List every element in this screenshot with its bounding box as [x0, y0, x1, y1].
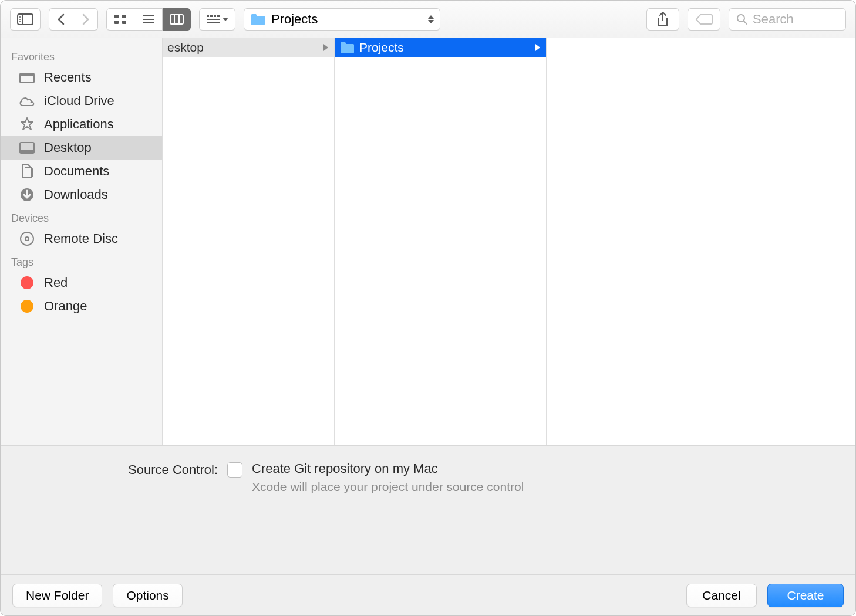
sidebar: Favorites Recents iCloud Drive Applicati… [1, 38, 163, 445]
applications-icon [18, 117, 36, 132]
sidebar-item-tag-red[interactable]: Red [1, 271, 162, 295]
share-button[interactable] [646, 8, 679, 31]
location-popup[interactable]: Projects [244, 8, 440, 31]
git-checkbox-label: Create Git repository on my Mac [252, 461, 524, 476]
forward-button[interactable] [73, 8, 98, 31]
sidebar-heading-devices: Devices [1, 207, 162, 227]
icon-view-button[interactable] [106, 8, 134, 31]
options-area: Source Control: Create Git repository on… [1, 445, 855, 574]
list-view-button[interactable] [134, 8, 163, 31]
sidebar-item-label: iCloud Drive [44, 93, 114, 109]
toolbar: Projects Search [1, 1, 855, 38]
nav-buttons [49, 8, 98, 31]
sidebar-item-label: Desktop [44, 140, 92, 155]
column-row-desktop[interactable]: esktop [163, 38, 334, 57]
svg-rect-27 [20, 150, 34, 153]
remote-disc-icon [18, 231, 36, 246]
location-label: Projects [271, 12, 318, 27]
svg-rect-18 [217, 15, 220, 17]
svg-rect-17 [214, 15, 216, 17]
sidebar-item-documents[interactable]: Documents [1, 160, 162, 183]
icloud-icon [18, 93, 36, 109]
sidebar-item-label: Downloads [44, 187, 108, 202]
source-control-row: Source Control: Create Git repository on… [1, 461, 855, 497]
row-label: Projects [359, 40, 531, 55]
chevron-right-icon [323, 44, 328, 51]
svg-point-30 [25, 237, 29, 241]
back-button[interactable] [49, 8, 73, 31]
sidebar-item-downloads[interactable]: Downloads [1, 183, 162, 207]
desktop-icon [18, 140, 36, 155]
sidebar-item-icloud[interactable]: iCloud Drive [1, 89, 162, 113]
column-browser: esktop Projects [163, 38, 855, 445]
popup-arrows-icon [428, 15, 434, 23]
search-field[interactable]: Search [729, 8, 846, 31]
toggle-sidebar-button[interactable] [10, 8, 41, 31]
svg-line-23 [744, 21, 747, 24]
svg-point-22 [737, 15, 744, 22]
svg-rect-8 [122, 21, 126, 24]
options-button[interactable]: Options [113, 584, 182, 607]
column-view-button[interactable] [163, 8, 191, 31]
row-label: esktop [167, 40, 319, 55]
recents-icon [18, 70, 36, 85]
svg-rect-7 [114, 21, 119, 24]
sidebar-heading-favorites: Favorites [1, 45, 162, 66]
search-placeholder: Search [753, 12, 794, 27]
sidebar-heading-tags: Tags [1, 251, 162, 271]
svg-rect-6 [122, 15, 126, 18]
downloads-icon [18, 187, 36, 202]
sidebar-item-desktop[interactable]: Desktop [1, 136, 162, 160]
sidebar-item-label: Applications [44, 117, 114, 132]
svg-rect-19 [207, 19, 220, 20]
column-0[interactable]: esktop [163, 38, 335, 445]
svg-rect-12 [170, 15, 183, 24]
new-folder-button[interactable]: New Folder [12, 584, 102, 607]
svg-rect-15 [207, 15, 209, 17]
sidebar-item-remote-disc[interactable]: Remote Disc [1, 227, 162, 251]
folder-icon [339, 41, 355, 54]
svg-point-29 [21, 232, 33, 245]
sidebar-item-label: Orange [44, 299, 87, 314]
sidebar-item-label: Recents [44, 70, 92, 85]
tag-red-icon [18, 275, 36, 290]
tag-orange-icon [18, 299, 36, 314]
svg-rect-5 [114, 15, 119, 18]
bottom-bar: New Folder Options Cancel Create [1, 574, 855, 615]
arrange-button[interactable] [199, 8, 235, 31]
content: Favorites Recents iCloud Drive Applicati… [1, 38, 855, 445]
sidebar-item-label: Remote Disc [44, 231, 118, 246]
cancel-button[interactable]: Cancel [686, 584, 757, 607]
git-checkbox[interactable] [227, 462, 242, 478]
chevron-down-icon [223, 18, 228, 21]
svg-rect-25 [20, 73, 34, 76]
source-control-label: Source Control: [18, 461, 218, 478]
chevron-right-icon [535, 44, 540, 51]
column-2[interactable] [547, 38, 855, 445]
folder-icon [250, 13, 265, 26]
create-button[interactable]: Create [767, 584, 844, 607]
tags-button[interactable] [688, 8, 720, 31]
sidebar-item-recents[interactable]: Recents [1, 66, 162, 89]
sidebar-item-tag-orange[interactable]: Orange [1, 295, 162, 318]
column-1[interactable]: Projects [335, 38, 547, 445]
git-help-text: Xcode will place your project under sour… [252, 480, 524, 494]
column-row-projects[interactable]: Projects [335, 38, 546, 57]
svg-rect-20 [207, 22, 220, 23]
sidebar-item-applications[interactable]: Applications [1, 113, 162, 136]
documents-icon [18, 164, 36, 179]
sidebar-item-label: Red [44, 275, 68, 290]
sidebar-item-label: Documents [44, 164, 109, 179]
save-panel: Projects Search Favorites Recents iCloud… [0, 0, 856, 616]
svg-rect-16 [210, 15, 213, 17]
search-icon [736, 13, 748, 25]
option-texts: Create Git repository on my Mac Xcode wi… [252, 461, 524, 494]
view-buttons [106, 8, 191, 31]
